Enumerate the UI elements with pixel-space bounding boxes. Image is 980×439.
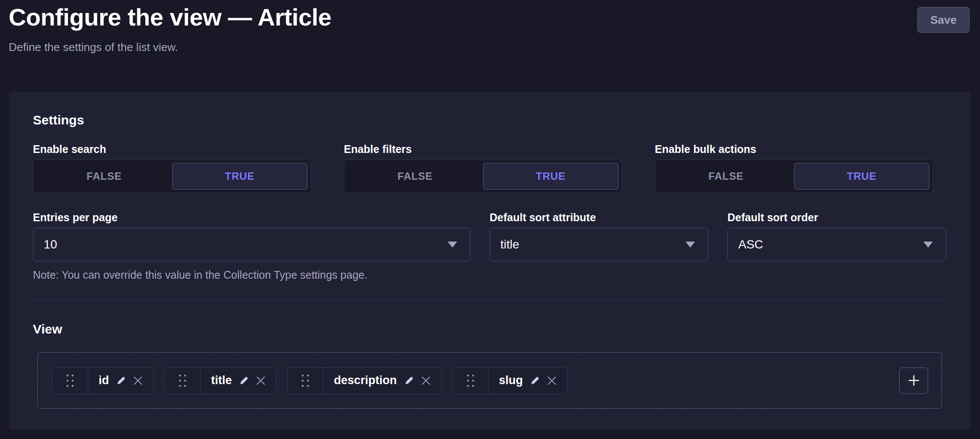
enable-filters-true-option[interactable]: TRUE: [483, 163, 619, 190]
enable-filters-false-option[interactable]: FALSE: [347, 163, 483, 190]
drag-handle-icon: [179, 375, 186, 387]
field-layout-dropzone: id title: [37, 352, 942, 409]
field-enable-filters: Enable filters FALSE TRUE: [344, 142, 635, 193]
pencil-icon: [404, 375, 414, 386]
enable-bulk-actions-toggle: FALSE TRUE: [655, 159, 933, 193]
chip-body: id: [88, 368, 153, 394]
chip-label: slug: [499, 374, 523, 387]
field-enable-search: Enable search FALSE TRUE: [33, 142, 324, 193]
close-icon: [133, 376, 143, 385]
drag-handle-icon: [67, 375, 74, 387]
chip-body: slug: [489, 368, 567, 394]
enable-search-false-option[interactable]: FALSE: [36, 163, 172, 190]
enable-bulk-actions-false-option[interactable]: FALSE: [658, 163, 794, 190]
drag-handle-icon: [302, 375, 309, 387]
close-icon: [256, 376, 266, 385]
field-chips: id title: [52, 367, 567, 394]
enable-search-label: Enable search: [33, 142, 324, 156]
settings-heading: Settings: [33, 112, 946, 128]
drag-handle[interactable]: [165, 368, 201, 394]
remove-field-button[interactable]: [256, 376, 266, 385]
edit-field-button[interactable]: [116, 375, 126, 386]
default-sort-attribute-select[interactable]: title: [490, 228, 708, 261]
enable-search-toggle: FALSE TRUE: [33, 159, 311, 193]
field-default-sort-attribute: Default sort attribute title: [490, 210, 708, 261]
default-sort-attribute-label: Default sort attribute: [490, 210, 708, 224]
drag-handle[interactable]: [453, 368, 489, 394]
section-divider: [33, 300, 946, 301]
pencil-icon: [239, 375, 249, 386]
caret-down-icon: [923, 242, 933, 248]
remove-field-button[interactable]: [421, 376, 431, 385]
field-chip-slug: slug: [452, 367, 568, 394]
caret-down-icon: [448, 242, 457, 248]
pencil-icon: [530, 375, 540, 386]
remove-field-button[interactable]: [547, 376, 557, 385]
field-default-sort-order: Default sort order ASC: [727, 210, 946, 261]
view-heading: View: [33, 321, 946, 337]
default-sort-order-label: Default sort order: [727, 210, 946, 224]
default-sort-order-select[interactable]: ASC: [727, 228, 946, 261]
enable-search-true-option[interactable]: TRUE: [172, 163, 308, 190]
toggles-row: Enable search FALSE TRUE Enable filters …: [33, 142, 946, 193]
field-chip-id: id: [52, 367, 154, 394]
default-sort-attribute-value: title: [500, 238, 685, 251]
field-entries-per-page: Entries per page 10 Note: You can overri…: [33, 210, 471, 282]
caret-down-icon: [685, 242, 695, 248]
field-chip-description: description: [287, 367, 442, 394]
edit-field-button[interactable]: [239, 375, 249, 386]
edit-field-button[interactable]: [404, 375, 414, 386]
pencil-icon: [116, 375, 126, 386]
edit-field-button[interactable]: [530, 375, 540, 386]
enable-bulk-actions-true-option[interactable]: TRUE: [794, 163, 930, 190]
enable-filters-label: Enable filters: [344, 142, 635, 156]
chip-label: id: [99, 374, 109, 387]
chip-body: title: [201, 368, 276, 394]
selects-row: Entries per page 10 Note: You can overri…: [33, 210, 946, 282]
chip-label: description: [334, 374, 397, 387]
remove-field-button[interactable]: [133, 376, 143, 385]
enable-filters-toggle: FALSE TRUE: [344, 159, 622, 193]
drag-handle[interactable]: [52, 368, 88, 394]
field-enable-bulk-actions: Enable bulk actions FALSE TRUE: [655, 142, 946, 193]
field-chip-title: title: [164, 367, 276, 394]
enable-bulk-actions-label: Enable bulk actions: [655, 142, 946, 156]
plus-icon: [907, 374, 921, 388]
close-icon: [547, 376, 557, 385]
settings-card: Settings Enable search FALSE TRUE Enable…: [9, 92, 970, 430]
entries-per-page-hint: Note: You can override this value in the…: [33, 268, 471, 282]
entries-per-page-value: 10: [44, 238, 448, 251]
chip-body: description: [323, 368, 441, 394]
entries-per-page-label: Entries per page: [33, 210, 471, 224]
save-button[interactable]: Save: [917, 7, 970, 33]
chip-label: title: [211, 374, 232, 387]
default-sort-order-value: ASC: [738, 238, 923, 251]
drag-handle[interactable]: [288, 368, 323, 394]
add-field-button[interactable]: [899, 367, 928, 394]
entries-per-page-select[interactable]: 10: [33, 228, 471, 261]
page-subtitle: Define the settings of the list view.: [9, 40, 178, 54]
drag-handle-icon: [467, 375, 474, 387]
close-icon: [421, 376, 431, 385]
page-title: Configure the view — Article: [9, 3, 331, 31]
